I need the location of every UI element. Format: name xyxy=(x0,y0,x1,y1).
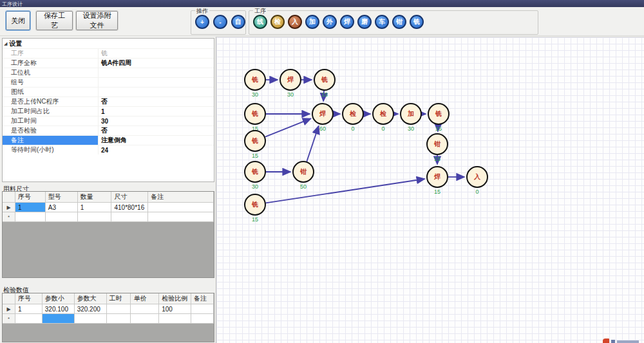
property-value[interactable]: 30 xyxy=(98,116,214,125)
process-node-n7[interactable]: 检 xyxy=(372,103,394,125)
property-value[interactable] xyxy=(98,78,214,87)
table-cell-empty[interactable] xyxy=(15,212,46,222)
window-titlebar[interactable]: 工序设计 xyxy=(0,0,644,7)
column-header-2[interactable]: 数量 xyxy=(78,192,112,203)
table-cell-empty[interactable] xyxy=(15,314,43,324)
column-header-3[interactable]: 尺寸 xyxy=(111,192,148,203)
property-row-4[interactable]: 图纸 xyxy=(3,87,214,97)
property-value[interactable]: 1 xyxy=(98,107,214,116)
property-value[interactable]: 否 xyxy=(98,97,214,106)
property-row-6[interactable]: 加工时间占比1 xyxy=(3,106,214,116)
table-cell-empty[interactable] xyxy=(43,314,75,324)
proc-btn-mill[interactable]: 铣 xyxy=(410,15,424,29)
column-header-4[interactable]: 备注 xyxy=(148,192,214,203)
table-cell-empty[interactable] xyxy=(191,314,214,324)
save-process-button[interactable]: 保存工艺 xyxy=(36,11,73,30)
column-header-6[interactable]: 备注 xyxy=(191,293,214,304)
property-value[interactable]: 24 xyxy=(98,145,214,154)
proc-btn-turn[interactable]: 车 xyxy=(375,15,389,29)
table-cell-empty[interactable] xyxy=(46,212,78,222)
column-header-0[interactable]: 序号 xyxy=(15,293,43,304)
process-node-n1[interactable]: 铣 xyxy=(244,69,266,91)
process-node-n5[interactable]: 焊 xyxy=(312,103,334,125)
property-row-3[interactable]: 组号 xyxy=(3,77,214,87)
table-cell-empty[interactable] xyxy=(107,314,131,324)
column-header-4[interactable]: 单价 xyxy=(131,293,159,304)
column-header-1[interactable]: 型号 xyxy=(46,192,78,203)
table-cell[interactable] xyxy=(107,304,131,314)
process-flow-canvas[interactable]: 铣30焊30铣15铣15焊60检0检0加30铣15铣15钳15铣30钳50焊15… xyxy=(216,37,644,343)
table-row[interactable]: ▶1A31410*80*16 xyxy=(3,203,214,212)
table-cell[interactable] xyxy=(191,304,214,314)
property-value[interactable] xyxy=(98,68,214,77)
proc-btn-inspect[interactable]: 检 xyxy=(270,15,285,29)
set-attachment-button[interactable]: 设置添附文件 xyxy=(76,11,118,30)
property-value[interactable]: 注意倒角 xyxy=(98,136,214,145)
proc-btn-fitter[interactable]: 钳 xyxy=(392,15,406,29)
property-row-9[interactable]: 备注注意倒角 xyxy=(3,135,214,145)
property-value[interactable]: 铣A件四周 xyxy=(98,59,214,68)
table-row[interactable]: ▶1320.100320.200100 xyxy=(3,304,214,314)
proc-btn-grind[interactable]: 磨 xyxy=(357,15,372,29)
new-row[interactable]: * xyxy=(3,314,214,324)
process-node-n8[interactable]: 加 xyxy=(400,103,422,125)
table-cell-empty[interactable] xyxy=(131,314,159,324)
process-node-n11[interactable]: 钳 xyxy=(426,133,448,155)
table-cell[interactable]: 1 xyxy=(15,203,46,212)
table-cell[interactable] xyxy=(131,304,159,314)
process-node-n16[interactable]: 铣 xyxy=(244,194,266,216)
property-row-0[interactable]: 工序铣 xyxy=(3,48,214,58)
process-node-n13[interactable]: 钳 xyxy=(292,161,314,183)
new-row[interactable]: * xyxy=(3,212,214,222)
process-node-n12[interactable]: 铣 xyxy=(244,161,266,183)
table-cell[interactable]: 320.200 xyxy=(75,304,107,314)
property-row-2[interactable]: 工位机 xyxy=(3,68,214,77)
property-value[interactable]: 铣 xyxy=(98,49,214,58)
property-label: 组号 xyxy=(3,78,98,87)
proc-btn-machining[interactable]: 加 xyxy=(305,15,319,29)
table-cell[interactable] xyxy=(148,203,214,212)
proc-btn-outsource[interactable]: 外 xyxy=(323,15,337,29)
property-row-8[interactable]: 是否检验否 xyxy=(3,125,214,135)
table-cell-empty[interactable] xyxy=(148,212,214,222)
proc-btn-add[interactable]: + xyxy=(195,15,209,29)
collapse-triangle-icon[interactable]: ◢ xyxy=(4,41,7,46)
table-cell-empty[interactable] xyxy=(75,314,107,324)
column-header-2[interactable]: 参数大 xyxy=(75,293,107,304)
proc-btn-storage[interactable]: 入 xyxy=(288,15,302,29)
process-node-n2[interactable]: 焊 xyxy=(279,69,301,91)
proc-btn-wire[interactable]: 线 xyxy=(253,15,267,29)
settings-category-header[interactable]: ◢ 设置 xyxy=(3,39,214,48)
process-node-n3[interactable]: 铣 xyxy=(314,69,336,91)
table-cell[interactable]: 1 xyxy=(78,203,112,212)
process-node-n9[interactable]: 铣 xyxy=(428,103,450,125)
proc-btn-weld[interactable]: 焊 xyxy=(340,15,354,29)
process-node-n10[interactable]: 铣 xyxy=(244,130,266,152)
proc-btn-auto[interactable]: 自 xyxy=(231,15,245,29)
table-cell[interactable]: 410*80*16 xyxy=(111,203,148,212)
table-cell[interactable]: 320.100 xyxy=(43,304,75,314)
property-row-1[interactable]: 工序全称铣A件四周 xyxy=(3,58,214,68)
table-cell-empty[interactable] xyxy=(78,212,112,222)
table-cell[interactable]: 100 xyxy=(159,304,191,314)
proc-btn-remove[interactable]: - xyxy=(213,15,227,29)
process-node-n6[interactable]: 检 xyxy=(342,103,364,125)
process-node-n4[interactable]: 铣 xyxy=(244,103,266,125)
table-cell[interactable]: A3 xyxy=(46,203,78,212)
table-cell-empty[interactable] xyxy=(159,314,191,324)
process-node-time: 15 xyxy=(312,91,337,98)
property-value[interactable] xyxy=(98,88,214,97)
property-row-5[interactable]: 是否上传NC程序否 xyxy=(3,97,214,106)
column-header-1[interactable]: 参数小 xyxy=(43,293,75,304)
table-cell[interactable]: 1 xyxy=(15,304,43,314)
column-header-3[interactable]: 工时 xyxy=(107,293,131,304)
property-value[interactable]: 否 xyxy=(98,126,214,135)
table-cell-empty[interactable] xyxy=(111,212,148,222)
column-header-0[interactable]: 序号 xyxy=(15,192,46,203)
property-row-10[interactable]: 等待时间(小时)24 xyxy=(3,145,214,154)
process-node-n14[interactable]: 焊 xyxy=(426,166,448,188)
close-button[interactable]: 关闭 xyxy=(6,11,30,30)
property-row-7[interactable]: 加工时间30 xyxy=(3,116,214,125)
process-node-n15[interactable]: 入 xyxy=(466,166,488,188)
column-header-5[interactable]: 检验比例 xyxy=(159,293,191,304)
